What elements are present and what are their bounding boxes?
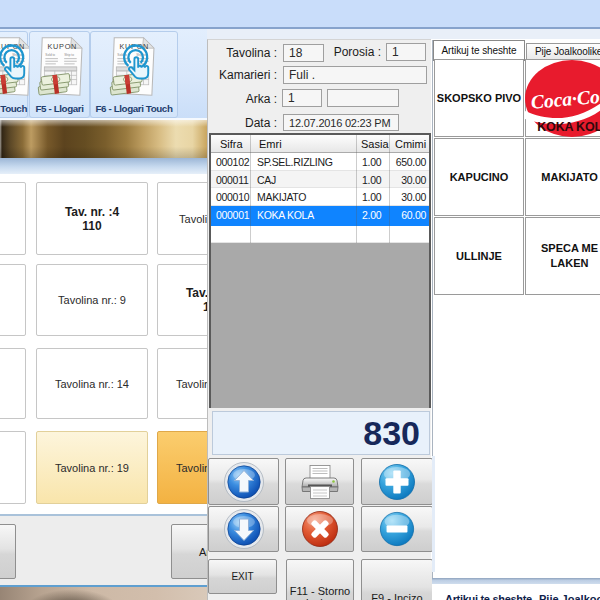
svg-text:KOKA KOLA: KOKA KOLA	[537, 120, 600, 134]
